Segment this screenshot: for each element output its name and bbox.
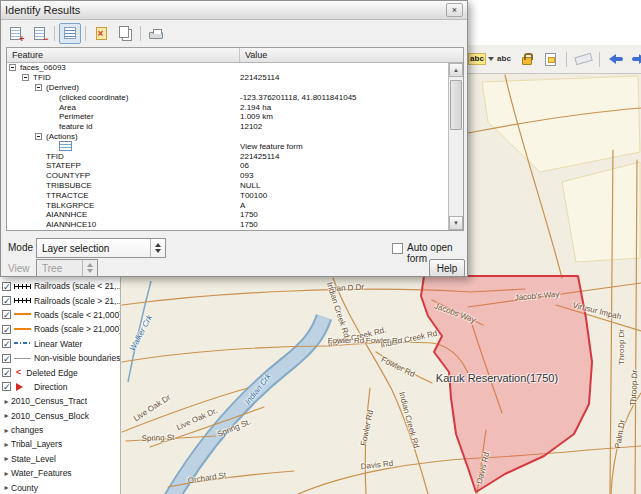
layer-name: Non-visible boundaries [34, 353, 120, 363]
mode-combobox[interactable]: Layer selection [36, 238, 166, 258]
expand-arrow-icon[interactable]: ▸ [2, 469, 11, 478]
tree-row[interactable]: STATEFP06 [7, 161, 448, 171]
text-annotation-icon[interactable]: abc [495, 48, 513, 70]
layer-item[interactable]: ✓Railroads (scale > 21,... [0, 293, 120, 307]
tree-row[interactable]: Perimeter1.009 km [7, 112, 448, 122]
layer-checkbox[interactable]: ✓ [2, 339, 11, 348]
tree-row[interactable]: feature id12102 [7, 122, 448, 132]
lock-labels-icon-glyph [522, 57, 532, 65]
feature-form-icon[interactable] [59, 141, 72, 151]
print-icon[interactable] [145, 23, 167, 44]
layer-name: 2010_Census_Tract [11, 396, 87, 406]
feature-value: View feature form [240, 142, 448, 151]
auto-open-form-checkbox[interactable] [392, 243, 403, 254]
copy-feature-icon[interactable] [114, 23, 136, 44]
expand-arrow-icon[interactable]: ▸ [2, 411, 11, 420]
scroll-down-icon[interactable]: ▼ [449, 216, 463, 230]
view-value: Tree [42, 263, 62, 274]
expand-new-results-icon-glyph [64, 27, 76, 39]
layer-checkbox[interactable]: ✓ [2, 382, 11, 391]
layer-checkbox[interactable]: ✓ [2, 325, 11, 334]
layer-name: changes [11, 425, 43, 435]
layer-checkbox[interactable]: ✓ [2, 368, 11, 377]
tree-row[interactable]: TRIBSUBCENULL [7, 181, 448, 191]
feature-name: TFID [46, 152, 64, 161]
layer-item[interactable]: ▸2010_Census_Tract [0, 394, 120, 408]
feature-value: 093 [240, 171, 448, 180]
feature-name: (Derived) [46, 83, 79, 92]
feature-cell: faces_06093 [7, 63, 240, 72]
expand-arrow-icon[interactable]: ▸ [2, 426, 11, 435]
feature-value: 2.194 ha [240, 103, 448, 112]
redo-icon[interactable] [630, 48, 641, 70]
results-table: Feature Value faces_06093TFID221425114(D… [6, 47, 464, 231]
feature-value: 221425114 [240, 152, 448, 161]
expand-arrow-icon[interactable]: ▸ [2, 454, 11, 463]
tree-row[interactable]: AIANNHCE101750 [7, 220, 448, 230]
column-header-value[interactable]: Value [240, 48, 267, 62]
tree-expander-icon[interactable] [22, 74, 29, 81]
combo-arrows-icon [82, 260, 97, 276]
expand-arrow-icon[interactable]: ▸ [2, 397, 11, 406]
scrollbar-thumb[interactable] [450, 80, 462, 130]
tree-row[interactable]: (Actions) [7, 132, 448, 142]
identify-results-dialog: Identify Results × Feature Value faces_0… [0, 0, 468, 277]
layer-item[interactable]: ▸County [0, 480, 120, 494]
help-button[interactable]: Help [429, 259, 465, 277]
measure-icon[interactable] [574, 48, 592, 70]
move-label-icon[interactable] [541, 48, 559, 70]
tree-row[interactable]: TTRACTCET00100 [7, 190, 448, 200]
tree-expander-icon[interactable] [9, 64, 16, 71]
layer-name: Roads (scale < 21,000) [34, 310, 120, 320]
close-icon[interactable]: × [446, 3, 463, 17]
layer-item[interactable]: ✓<Deleted Edge [0, 365, 120, 379]
layer-checkbox[interactable]: ✓ [2, 282, 11, 291]
layer-checkbox[interactable]: ✓ [2, 354, 11, 363]
tree-row[interactable]: COUNTYFP093 [7, 171, 448, 181]
tree-row[interactable]: faces_06093 [7, 63, 448, 73]
undo-icon[interactable] [607, 48, 625, 70]
label-options-icon[interactable]: abc [472, 48, 490, 70]
layer-item[interactable]: ✓Linear Water [0, 337, 120, 351]
layer-item[interactable]: ▸State_Level [0, 452, 120, 466]
layer-item[interactable]: ▸Tribal_Layers [0, 437, 120, 451]
layer-item[interactable]: ✓Roads (scale < 21,000) [0, 308, 120, 322]
clear-results-icon[interactable] [90, 23, 112, 44]
tree-row[interactable]: TFID221425114 [7, 151, 448, 161]
tree-expander-icon[interactable] [35, 84, 42, 91]
lock-labels-icon[interactable] [518, 48, 536, 70]
tree-row[interactable]: (Derived) [7, 83, 448, 93]
layer-item[interactable]: ✓Roads (scale > 21,000) [0, 322, 120, 336]
layer-checkbox[interactable]: ✓ [2, 296, 11, 305]
tree-row[interactable]: AIANNHCE1750 [7, 210, 448, 220]
vertical-scrollbar[interactable]: ▲ ▼ [448, 63, 463, 230]
feature-name: (clicked coordinate) [59, 93, 128, 102]
layer-item[interactable]: ▸2010_Census_Block [0, 409, 120, 423]
tree-expander-icon[interactable] [35, 133, 42, 140]
collapse-tree-icon[interactable] [28, 23, 50, 44]
dialog-titlebar[interactable]: Identify Results × [1, 1, 467, 20]
feature-value: 1.009 km [240, 112, 448, 121]
tree-row[interactable]: (clicked coordinate)-123.376201118, 41.8… [7, 92, 448, 102]
results-tree[interactable]: faces_06093TFID221425114(Derived)(clicke… [7, 63, 448, 230]
layer-name: Railroads (scale < 21,... [34, 281, 120, 291]
column-header-feature[interactable]: Feature [7, 48, 240, 62]
tree-row[interactable]: TFID221425114 [7, 73, 448, 83]
scroll-up-icon[interactable]: ▲ [449, 63, 463, 77]
tree-row[interactable]: TBLKGRPCEA [7, 200, 448, 210]
layer-item[interactable]: ✓Non-visible boundaries [0, 351, 120, 365]
expand-arrow-icon[interactable]: ▸ [2, 483, 11, 492]
tree-row[interactable]: Area2.194 ha [7, 102, 448, 112]
expand-tree-icon[interactable] [4, 23, 26, 44]
layer-item[interactable]: ✓Railroads (scale < 21,... [0, 279, 120, 293]
layer-checkbox[interactable]: ✓ [2, 310, 11, 319]
tree-row[interactable]: View feature form [7, 141, 448, 151]
expand-arrow-icon[interactable]: ▸ [2, 440, 11, 449]
layer-item[interactable]: ✓Direction [0, 380, 120, 394]
layer-name: Tribal_Layers [11, 439, 62, 449]
expand-new-results-icon[interactable] [59, 23, 81, 44]
feature-value: -123.376201118, 41.8011841045 [240, 93, 448, 102]
layer-item[interactable]: ▸Water_Features [0, 466, 120, 480]
table-header: Feature Value [7, 48, 463, 63]
layer-item[interactable]: ▸changes [0, 423, 120, 437]
